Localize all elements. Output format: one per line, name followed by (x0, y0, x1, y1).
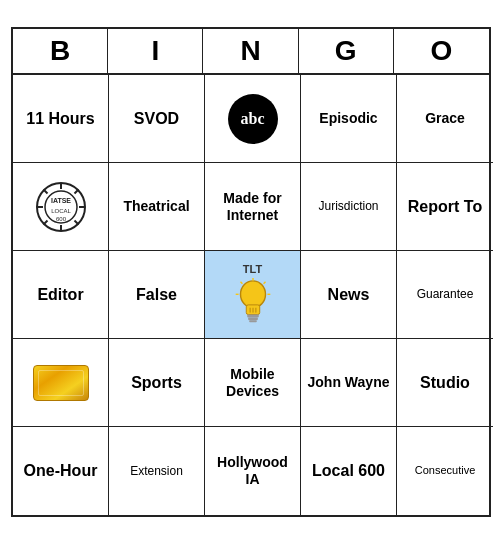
cell-r0c0[interactable]: 11 Hours (13, 75, 109, 163)
cell-text-r4c0: One-Hour (24, 461, 98, 480)
header-o: O (394, 29, 489, 73)
cell-text-r4c2: Hollywood IA (209, 454, 296, 488)
header-g: G (299, 29, 394, 73)
cell-text-r2c1: False (136, 285, 177, 304)
cell-r4c4[interactable]: Consecutive (397, 427, 493, 515)
cell-r0c1[interactable]: SVOD (109, 75, 205, 163)
cell-text-r0c4: Grace (425, 110, 465, 127)
cell-text-r2c3: News (328, 285, 370, 304)
svg-text:600: 600 (55, 216, 66, 222)
cell-r2c4[interactable]: Guarantee (397, 251, 493, 339)
svg-rect-17 (249, 320, 257, 322)
gold-bar-icon (33, 365, 89, 401)
cell-text-r0c0: 11 Hours (26, 109, 94, 128)
cell-r3c2[interactable]: Mobile Devices (205, 339, 301, 427)
cell-r1c0[interactable]: IATSE LOCAL 600 (13, 163, 109, 251)
cell-r4c0[interactable]: One-Hour (13, 427, 109, 515)
svg-rect-15 (247, 314, 259, 317)
cell-text-r3c4: Studio (420, 373, 470, 392)
cell-text-r1c1: Theatrical (123, 198, 189, 215)
cell-text-r1c4: Report To (408, 197, 482, 216)
svg-rect-16 (248, 317, 258, 320)
cell-r4c2[interactable]: Hollywood IA (205, 427, 301, 515)
cell-text-r3c1: Sports (131, 373, 182, 392)
svg-line-6 (43, 189, 47, 193)
bingo-card: B I N G O 11 Hours SVOD abc Episodic Gra… (11, 27, 491, 517)
cell-r3c1[interactable]: Sports (109, 339, 205, 427)
cell-text-r2c0: Editor (37, 285, 83, 304)
svg-text:LOCAL: LOCAL (51, 208, 71, 214)
cell-text-r1c3: Jurisdiction (318, 199, 378, 213)
cell-r1c1[interactable]: Theatrical (109, 163, 205, 251)
cell-r2c1[interactable]: False (109, 251, 205, 339)
cell-r3c0[interactable] (13, 339, 109, 427)
cell-r0c2[interactable]: abc (205, 75, 301, 163)
cell-text-r4c1: Extension (130, 464, 183, 478)
cell-r1c4[interactable]: Report To (397, 163, 493, 251)
cell-text-r4c4: Consecutive (415, 464, 476, 477)
svg-text:IATSE: IATSE (50, 197, 70, 204)
bingo-header: B I N G O (13, 29, 489, 75)
svg-line-23 (263, 281, 265, 283)
cell-r2c0[interactable]: Editor (13, 251, 109, 339)
svg-line-9 (43, 220, 47, 224)
cell-text-r1c2: Made for Internet (209, 190, 296, 224)
cell-r3c4[interactable]: Studio (397, 339, 493, 427)
cell-r0c4[interactable]: Grace (397, 75, 493, 163)
cell-text-r0c3: Episodic (319, 110, 377, 127)
header-i: I (108, 29, 203, 73)
cell-r3c3[interactable]: John Wayne (301, 339, 397, 427)
cell-r0c3[interactable]: Episodic (301, 75, 397, 163)
cell-r4c1[interactable]: Extension (109, 427, 205, 515)
abc-logo: abc (228, 94, 278, 144)
tlt-lightbulb: TLT (233, 263, 273, 327)
cell-text-r2c4: Guarantee (417, 287, 474, 301)
cell-r1c2[interactable]: Made for Internet (205, 163, 301, 251)
cell-r1c3[interactable]: Jurisdiction (301, 163, 397, 251)
header-b: B (13, 29, 108, 73)
cell-text-r4c3: Local 600 (312, 461, 385, 480)
cell-text-r3c3: John Wayne (308, 374, 390, 391)
svg-line-8 (74, 189, 78, 193)
cell-text-r0c1: SVOD (134, 109, 179, 128)
cell-text-r3c2: Mobile Devices (209, 366, 296, 400)
svg-point-13 (240, 280, 265, 307)
cell-r2c3[interactable]: News (301, 251, 397, 339)
cell-r4c3[interactable]: Local 600 (301, 427, 397, 515)
header-n: N (203, 29, 298, 73)
iatse-logo: IATSE LOCAL 600 (34, 180, 88, 234)
cell-r2c2[interactable]: TLT (205, 251, 301, 339)
svg-line-22 (240, 281, 242, 283)
svg-line-7 (74, 220, 78, 224)
bingo-grid: 11 Hours SVOD abc Episodic Grace (13, 75, 489, 515)
